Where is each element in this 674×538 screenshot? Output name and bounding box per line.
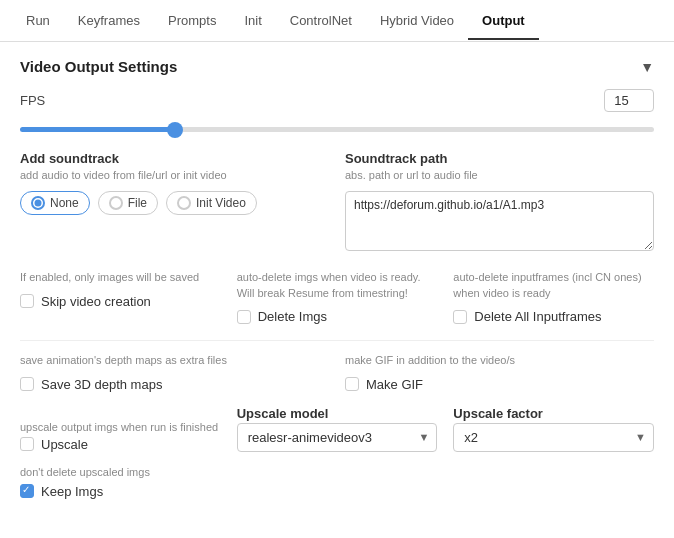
delete-imgs-checkbox[interactable] xyxy=(237,310,251,324)
radio-init-input[interactable] xyxy=(177,196,191,210)
skip-video-row[interactable]: Skip video creation xyxy=(20,294,221,309)
upscale-row: upscale output imgs when run is finished… xyxy=(20,406,654,452)
save-depth-section: save animation's depth maps as extra fil… xyxy=(20,353,329,391)
section-title: Video Output Settings xyxy=(20,58,177,75)
keep-imgs-row[interactable]: Keep Imgs xyxy=(20,484,654,499)
depth-gif-row: save animation's depth maps as extra fil… xyxy=(20,353,654,391)
skip-video-sublabel: If enabled, only images will be saved xyxy=(20,270,221,285)
delete-imgs-label: Delete Imgs xyxy=(258,309,327,324)
save-depth-sublabel: save animation's depth maps as extra fil… xyxy=(20,353,329,368)
tab-output[interactable]: Output xyxy=(468,3,539,40)
delete-inputframes-sublabel: auto-delete inputframes (incl CN ones) w… xyxy=(453,270,654,301)
fps-row: FPS xyxy=(20,89,654,112)
fps-slider[interactable] xyxy=(20,127,654,132)
upscale-model-select[interactable]: realesr-animevideov3 realesr-general-x4v… xyxy=(237,423,438,452)
upscale-factor-dropdown-wrap: x2 x4 ▼ xyxy=(453,423,654,452)
divider-1 xyxy=(20,340,654,341)
soundtrack-path-label: Soundtrack path xyxy=(345,151,654,166)
upscale-section: upscale output imgs when run is finished… xyxy=(20,421,221,452)
delete-inputframes-section: auto-delete inputframes (incl CN ones) w… xyxy=(453,270,654,324)
fps-input[interactable] xyxy=(604,89,654,112)
soundtrack-radio-group: None File Init Video xyxy=(20,191,329,215)
radio-file[interactable]: File xyxy=(98,191,158,215)
skip-video-section: If enabled, only images will be saved Sk… xyxy=(20,270,221,308)
radio-file-label: File xyxy=(128,196,147,210)
upscale-model-label: Upscale model xyxy=(237,406,438,421)
upscale-factor-select[interactable]: x2 x4 xyxy=(453,423,654,452)
delete-inputframes-checkbox[interactable] xyxy=(453,310,467,324)
tab-bar: Run Keyframes Prompts Init ControlNet Hy… xyxy=(0,0,674,42)
radio-init-video[interactable]: Init Video xyxy=(166,191,257,215)
make-gif-label: Make GIF xyxy=(366,377,423,392)
keep-imgs-checkbox[interactable] xyxy=(20,484,34,498)
soundtrack-section: Add soundtrack add audio to video from f… xyxy=(20,151,329,254)
upscale-factor-label: Upscale factor xyxy=(453,406,654,421)
radio-none-input[interactable] xyxy=(31,196,45,210)
section-header: Video Output Settings ▼ xyxy=(20,58,654,75)
keep-imgs-label: Keep Imgs xyxy=(41,484,103,499)
tab-controlnet[interactable]: ControlNet xyxy=(276,3,366,40)
make-gif-section: make GIF in addition to the video/s Make… xyxy=(345,353,654,391)
make-gif-sublabel: make GIF in addition to the video/s xyxy=(345,353,654,368)
delete-imgs-section: auto-delete imgs when video is ready. Wi… xyxy=(237,270,438,324)
soundtrack-path-input[interactable]: https://deforum.github.io/a1/A1.mp3 xyxy=(345,191,654,251)
upscale-checkbox[interactable] xyxy=(20,437,34,451)
collapse-icon[interactable]: ▼ xyxy=(640,59,654,75)
delete-imgs-row[interactable]: Delete Imgs xyxy=(237,309,438,324)
soundtrack-path-sublabel: abs. path or url to audio file xyxy=(345,168,654,183)
upscale-factor-section: Upscale factor x2 x4 ▼ xyxy=(453,406,654,452)
tab-keyframes[interactable]: Keyframes xyxy=(64,3,154,40)
make-gif-row[interactable]: Make GIF xyxy=(345,377,654,392)
soundtrack-row: Add soundtrack add audio to video from f… xyxy=(20,151,654,254)
fps-label: FPS xyxy=(20,93,45,108)
tab-prompts[interactable]: Prompts xyxy=(154,3,230,40)
tab-init[interactable]: Init xyxy=(230,3,275,40)
upscale-checkbox-row[interactable]: Upscale xyxy=(20,437,221,452)
upscale-model-section: Upscale model realesr-animevideov3 reale… xyxy=(237,406,438,452)
delete-imgs-sublabel: auto-delete imgs when video is ready. Wi… xyxy=(237,270,438,301)
upscale-label: Upscale xyxy=(41,437,88,452)
soundtrack-sublabel: add audio to video from file/url or init… xyxy=(20,168,329,183)
delete-inputframes-label: Delete All Inputframes xyxy=(474,309,601,324)
radio-none-label: None xyxy=(50,196,79,210)
save-depth-row[interactable]: Save 3D depth maps xyxy=(20,377,329,392)
soundtrack-label: Add soundtrack xyxy=(20,151,329,166)
fps-slider-row xyxy=(20,120,654,135)
skip-video-checkbox[interactable] xyxy=(20,294,34,308)
upscale-model-dropdown-wrap: realesr-animevideov3 realesr-general-x4v… xyxy=(237,423,438,452)
delete-inputframes-row[interactable]: Delete All Inputframes xyxy=(453,309,654,324)
keep-imgs-section: don't delete upscaled imgs Keep Imgs xyxy=(20,466,654,499)
tab-run[interactable]: Run xyxy=(12,3,64,40)
radio-init-label: Init Video xyxy=(196,196,246,210)
radio-none[interactable]: None xyxy=(20,191,90,215)
make-gif-checkbox[interactable] xyxy=(345,377,359,391)
tab-hybrid-video[interactable]: Hybrid Video xyxy=(366,3,468,40)
save-depth-label: Save 3D depth maps xyxy=(41,377,162,392)
upscale-sublabel: upscale output imgs when run is finished xyxy=(20,421,221,433)
radio-file-input[interactable] xyxy=(109,196,123,210)
save-depth-checkbox[interactable] xyxy=(20,377,34,391)
checkbox-three-col: If enabled, only images will be saved Sk… xyxy=(20,270,654,324)
main-content: Video Output Settings ▼ FPS Add soundtra… xyxy=(0,42,674,538)
soundtrack-path-section: Soundtrack path abs. path or url to audi… xyxy=(345,151,654,254)
skip-video-label: Skip video creation xyxy=(41,294,151,309)
keep-imgs-sublabel: don't delete upscaled imgs xyxy=(20,466,654,478)
